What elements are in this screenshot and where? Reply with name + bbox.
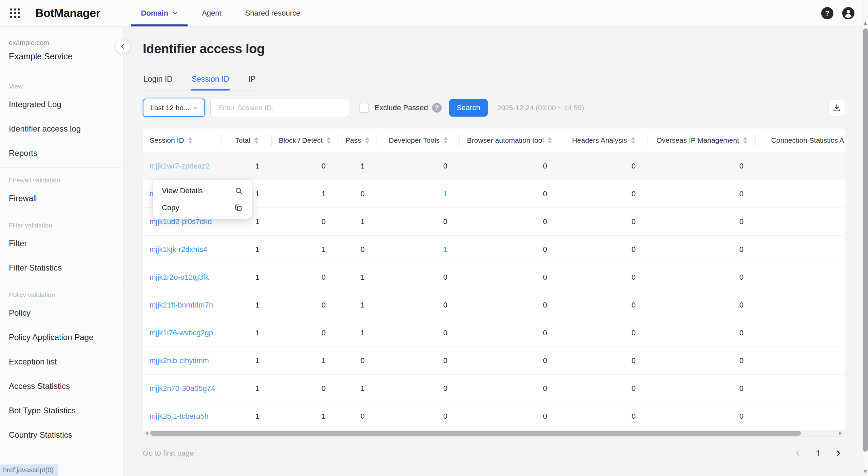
menu-item-copy[interactable]: Copy xyxy=(153,199,252,216)
cell-total: 1 xyxy=(222,162,272,171)
menu-item-label: Copy xyxy=(162,203,179,212)
next-page-button[interactable] xyxy=(834,449,843,458)
scroll-right-arrow[interactable] xyxy=(839,431,842,435)
tab-ip[interactable]: IP xyxy=(248,69,256,90)
tab-bar: Login IDSession IDIP xyxy=(143,69,256,91)
session-id-link[interactable]: mjjk21ft-bnmfdm7n xyxy=(143,301,222,310)
session-id-link[interactable]: mjjk1i76-wvbcg2gp xyxy=(143,329,222,337)
developer-tools-link[interactable]: 1 xyxy=(443,245,447,254)
column-header-developer-tools[interactable]: Developer Tools xyxy=(377,128,460,152)
cell-value: 0 xyxy=(443,162,447,170)
scroll-up-arrow[interactable] xyxy=(864,22,867,25)
session-id-input[interactable] xyxy=(210,99,349,117)
cell-headers-analysis: 0 xyxy=(559,301,648,310)
cell-value: 1 xyxy=(255,245,259,254)
cell-connection-statistics-a: 0 xyxy=(756,217,845,226)
horizontal-scrollbar[interactable] xyxy=(143,430,845,436)
cell-value: 0 xyxy=(443,384,447,393)
vertical-scrollbar[interactable] xyxy=(862,0,868,476)
sidebar-item-policy-application-page[interactable]: Policy Application Page xyxy=(0,325,123,350)
cell-headers-analysis: 0 xyxy=(559,412,648,421)
nav-item-shared-resource[interactable]: Shared resource xyxy=(245,0,301,26)
tab-login-id[interactable]: Login ID xyxy=(143,69,173,90)
cell-browser-automation-tool: 0 xyxy=(460,329,559,337)
vertical-scrollbar-thumb[interactable] xyxy=(863,28,868,452)
cell-overseas-ip-management: 0 xyxy=(648,245,756,254)
apps-grid-icon[interactable] xyxy=(10,8,20,18)
cell-value: 0 xyxy=(543,273,547,281)
cell-browser-automation-tool: 0 xyxy=(460,356,559,365)
cell-value: 1 xyxy=(361,162,365,170)
sidebar-item-reports[interactable]: Reports xyxy=(0,141,123,165)
sidebar-collapse-button[interactable] xyxy=(116,39,130,54)
go-to-first-page-link[interactable]: Go to first page xyxy=(143,449,194,458)
session-id-link[interactable]: mjjk1r2o-o12tg3fk xyxy=(143,273,222,282)
sidebar-item-filter[interactable]: Filter xyxy=(0,231,123,256)
column-header-block-detect[interactable]: Block / Detect xyxy=(272,128,338,152)
help-icon[interactable]: ? xyxy=(821,7,833,19)
previous-page-button[interactable] xyxy=(793,449,802,458)
cell-overseas-ip-management: 0 xyxy=(648,273,756,282)
search-button[interactable]: Search xyxy=(449,99,488,117)
cell-value: 0 xyxy=(543,301,547,309)
scroll-left-arrow[interactable] xyxy=(145,431,148,435)
account-icon[interactable] xyxy=(842,7,854,19)
chevron-right-icon xyxy=(834,449,843,458)
cell-value: 0 xyxy=(322,273,326,281)
cell-value: 0 xyxy=(632,356,636,365)
scroll-down-arrow[interactable] xyxy=(864,470,867,473)
sidebar-item-firewall[interactable]: Firewall xyxy=(0,186,123,211)
cell-value: 0 xyxy=(632,412,636,420)
exclude-passed-checkbox[interactable] xyxy=(359,103,369,113)
service-block: example.com Example Service xyxy=(0,27,123,74)
column-header-overseas-ip-management[interactable]: Overseas IP Management xyxy=(648,128,756,152)
tab-session-id[interactable]: Session ID xyxy=(191,69,230,90)
column-label: Pass xyxy=(345,136,361,144)
filter-row: Last 12 ho... Exclude Passed ? Search 20… xyxy=(143,99,845,117)
session-id-link[interactable]: mjjk25j1-tcberu5h xyxy=(143,412,222,421)
sidebar-item-integrated-log[interactable]: Integrated Log xyxy=(0,92,123,117)
current-page-number[interactable]: 1 xyxy=(816,449,821,458)
download-button[interactable] xyxy=(829,100,845,116)
session-id-link[interactable]: mjjk1wr7-zprieaz2 xyxy=(143,162,222,171)
table-row: mjjk25j1-tcberu5h11000000 xyxy=(143,402,845,430)
cell-pass: 1 xyxy=(338,217,377,226)
column-header-total[interactable]: Total xyxy=(222,128,272,152)
cell-browser-automation-tool: 0 xyxy=(460,245,559,254)
sidebar-item-policy[interactable]: Policy xyxy=(0,301,123,325)
time-range-select[interactable]: Last 12 ho... xyxy=(143,99,205,117)
app-logo: BotManager xyxy=(35,6,100,20)
nav-item-agent[interactable]: Agent xyxy=(202,0,221,26)
column-header-connection-statistics-a[interactable]: Connection Statistics A xyxy=(756,128,845,152)
session-id-link[interactable]: mjjk2hib-clhytimm xyxy=(143,356,222,365)
horizontal-scrollbar-thumb[interactable] xyxy=(150,431,801,436)
cell-value: 0 xyxy=(543,190,547,198)
session-id-link[interactable]: mjjk1kjk-r2dxhts4 xyxy=(143,245,222,254)
column-header-browser-automation-tool[interactable]: Browser automation tool xyxy=(460,128,559,152)
table-row: mjjk2hib-clhytimm11000000 xyxy=(143,347,845,375)
menu-item-view-details[interactable]: View Details xyxy=(153,182,252,199)
sidebar-item-filter-statistics[interactable]: Filter Statistics xyxy=(0,256,123,280)
sidebar-item-country-statistics[interactable]: Country Statistics xyxy=(0,423,123,447)
exclude-passed-help-icon[interactable]: ? xyxy=(432,103,442,113)
cell-browser-automation-tool: 0 xyxy=(460,384,559,393)
exclude-passed-label[interactable]: Exclude Passed xyxy=(374,103,428,112)
cell-value: 0 xyxy=(739,329,744,337)
sidebar-item-exception-list[interactable]: Exception list xyxy=(0,350,123,374)
sidebar-item-bot-type-statistics[interactable]: Bot Type Statistics xyxy=(0,398,123,423)
cell-value: 0 xyxy=(543,245,547,254)
cell-pass: 1 xyxy=(338,273,377,282)
column-header-headers-analysis[interactable]: Headers Analysis xyxy=(559,128,648,152)
developer-tools-link[interactable]: 1 xyxy=(443,190,447,198)
sidebar-item-access-statistics[interactable]: Access Statistics xyxy=(0,374,123,398)
nav-item-domain[interactable]: Domain xyxy=(141,0,178,26)
column-header-session-id[interactable]: Session ID xyxy=(143,128,222,152)
cell-value: 0 xyxy=(739,356,744,365)
session-id-link[interactable]: mjjk2n70-30a05g74 xyxy=(143,384,222,393)
cell-value: 1 xyxy=(255,217,259,226)
column-header-pass[interactable]: Pass xyxy=(338,128,377,152)
cell-browser-automation-tool: 0 xyxy=(460,217,559,226)
service-name: Example Service xyxy=(9,52,115,61)
cell-value: 0 xyxy=(543,356,547,365)
sidebar-item-identifier-access-log[interactable]: Identifier access log xyxy=(0,117,123,141)
